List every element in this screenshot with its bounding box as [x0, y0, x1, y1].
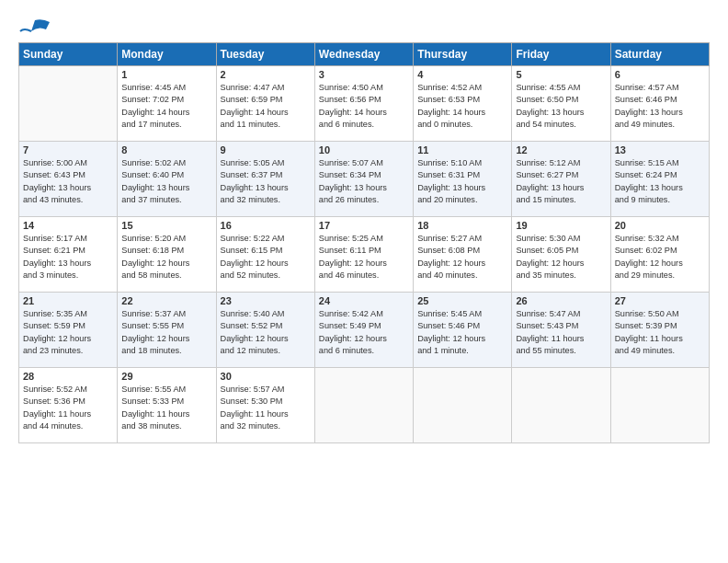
day-number: 15	[121, 220, 211, 231]
day-info: Sunrise: 5:57 AM Sunset: 5:30 PM Dayligh…	[221, 384, 311, 432]
day-info: Sunrise: 5:17 AM Sunset: 6:21 PM Dayligh…	[23, 233, 113, 282]
calendar-cell: 2Sunrise: 4:47 AM Sunset: 6:59 PM Daylig…	[216, 66, 314, 142]
day-info: Sunrise: 5:25 AM Sunset: 6:11 PM Dayligh…	[319, 233, 409, 282]
calendar-cell: 29Sunrise: 5:55 AM Sunset: 5:33 PM Dayli…	[118, 368, 216, 443]
day-info: Sunrise: 4:45 AM Sunset: 7:02 PM Dayligh…	[121, 82, 211, 131]
day-number: 26	[516, 295, 606, 306]
day-number: 2	[221, 69, 311, 80]
calendar-cell: 24Sunrise: 5:42 AM Sunset: 5:49 PM Dayli…	[314, 293, 413, 368]
day-number: 19	[516, 220, 606, 231]
day-info: Sunrise: 5:00 AM Sunset: 6:43 PM Dayligh…	[23, 157, 113, 206]
day-info: Sunrise: 5:10 AM Sunset: 6:31 PM Dayligh…	[417, 157, 507, 206]
logo	[18, 17, 51, 35]
day-info: Sunrise: 5:55 AM Sunset: 5:33 PM Dayligh…	[121, 384, 211, 432]
day-info: Sunrise: 5:27 AM Sunset: 6:08 PM Dayligh…	[417, 233, 507, 282]
day-number: 21	[23, 295, 113, 306]
day-info: Sunrise: 5:42 AM Sunset: 5:49 PM Dayligh…	[319, 308, 409, 357]
weekday-header: Wednesday	[314, 43, 413, 66]
day-number: 14	[23, 220, 113, 231]
calendar-cell: 8Sunrise: 5:02 AM Sunset: 6:40 PM Daylig…	[118, 142, 216, 217]
calendar-cell: 14Sunrise: 5:17 AM Sunset: 6:21 PM Dayli…	[19, 217, 118, 293]
weekday-header: Saturday	[610, 43, 709, 66]
calendar-cell: 10Sunrise: 5:07 AM Sunset: 6:34 PM Dayli…	[314, 142, 413, 217]
calendar-week-row: 14Sunrise: 5:17 AM Sunset: 6:21 PM Dayli…	[19, 217, 710, 293]
day-info: Sunrise: 5:05 AM Sunset: 6:37 PM Dayligh…	[221, 157, 311, 206]
calendar-cell: 12Sunrise: 5:12 AM Sunset: 6:27 PM Dayli…	[512, 142, 610, 217]
calendar-cell	[512, 368, 610, 443]
calendar-cell: 4Sunrise: 4:52 AM Sunset: 6:53 PM Daylig…	[414, 66, 512, 142]
calendar-cell: 22Sunrise: 5:37 AM Sunset: 5:55 PM Dayli…	[118, 293, 216, 368]
calendar-week-row: 21Sunrise: 5:35 AM Sunset: 5:59 PM Dayli…	[19, 293, 710, 368]
day-number: 18	[417, 220, 507, 231]
calendar-week-row: 7Sunrise: 5:00 AM Sunset: 6:43 PM Daylig…	[19, 142, 710, 217]
calendar-cell: 16Sunrise: 5:22 AM Sunset: 6:15 PM Dayli…	[216, 217, 314, 293]
day-info: Sunrise: 5:12 AM Sunset: 6:27 PM Dayligh…	[516, 157, 606, 206]
calendar-cell: 5Sunrise: 4:55 AM Sunset: 6:50 PM Daylig…	[512, 66, 610, 142]
header	[18, 17, 710, 35]
day-number: 8	[121, 144, 211, 155]
day-info: Sunrise: 5:15 AM Sunset: 6:24 PM Dayligh…	[615, 157, 705, 206]
weekday-header: Monday	[118, 43, 216, 66]
calendar-table: SundayMondayTuesdayWednesdayThursdayFrid…	[18, 42, 710, 443]
calendar-cell: 17Sunrise: 5:25 AM Sunset: 6:11 PM Dayli…	[314, 217, 413, 293]
weekday-header: Friday	[512, 43, 610, 66]
calendar-cell: 15Sunrise: 5:20 AM Sunset: 6:18 PM Dayli…	[118, 217, 216, 293]
day-number: 10	[319, 144, 409, 155]
day-number: 23	[221, 295, 311, 306]
day-info: Sunrise: 4:55 AM Sunset: 6:50 PM Dayligh…	[516, 82, 606, 131]
day-number: 3	[319, 69, 409, 80]
day-number: 5	[516, 69, 606, 80]
weekday-header: Thursday	[414, 43, 512, 66]
calendar-cell: 19Sunrise: 5:30 AM Sunset: 6:05 PM Dayli…	[512, 217, 610, 293]
calendar-cell	[610, 368, 709, 443]
weekday-header: Sunday	[19, 43, 118, 66]
day-info: Sunrise: 4:47 AM Sunset: 6:59 PM Dayligh…	[221, 82, 311, 131]
logo-flag-icon	[18, 18, 51, 35]
day-number: 25	[417, 295, 507, 306]
day-number: 7	[23, 144, 113, 155]
day-info: Sunrise: 5:20 AM Sunset: 6:18 PM Dayligh…	[121, 233, 211, 282]
day-number: 20	[615, 220, 705, 231]
day-info: Sunrise: 5:40 AM Sunset: 5:52 PM Dayligh…	[221, 308, 311, 357]
day-number: 24	[319, 295, 409, 306]
calendar-cell: 6Sunrise: 4:57 AM Sunset: 6:46 PM Daylig…	[610, 66, 709, 142]
day-number: 1	[121, 69, 211, 80]
day-info: Sunrise: 4:52 AM Sunset: 6:53 PM Dayligh…	[417, 82, 507, 131]
day-number: 4	[417, 69, 507, 80]
day-info: Sunrise: 4:57 AM Sunset: 6:46 PM Dayligh…	[615, 82, 705, 131]
day-info: Sunrise: 5:35 AM Sunset: 5:59 PM Dayligh…	[23, 308, 113, 357]
day-number: 27	[615, 295, 705, 306]
day-number: 12	[516, 144, 606, 155]
calendar-header-row: SundayMondayTuesdayWednesdayThursdayFrid…	[19, 43, 710, 66]
calendar-cell: 3Sunrise: 4:50 AM Sunset: 6:56 PM Daylig…	[314, 66, 413, 142]
calendar-cell: 13Sunrise: 5:15 AM Sunset: 6:24 PM Dayli…	[610, 142, 709, 217]
calendar-cell: 28Sunrise: 5:52 AM Sunset: 5:36 PM Dayli…	[19, 368, 118, 443]
calendar-cell: 23Sunrise: 5:40 AM Sunset: 5:52 PM Dayli…	[216, 293, 314, 368]
day-info: Sunrise: 5:07 AM Sunset: 6:34 PM Dayligh…	[319, 157, 409, 206]
day-number: 16	[221, 220, 311, 231]
calendar-cell: 21Sunrise: 5:35 AM Sunset: 5:59 PM Dayli…	[19, 293, 118, 368]
calendar-cell	[19, 66, 118, 142]
day-number: 28	[23, 371, 113, 382]
day-number: 11	[417, 144, 507, 155]
day-info: Sunrise: 5:52 AM Sunset: 5:36 PM Dayligh…	[23, 384, 113, 432]
calendar-cell: 25Sunrise: 5:45 AM Sunset: 5:46 PM Dayli…	[414, 293, 512, 368]
day-number: 17	[319, 220, 409, 231]
day-number: 22	[121, 295, 211, 306]
calendar-cell	[314, 368, 413, 443]
page: SundayMondayTuesdayWednesdayThursdayFrid…	[0, 0, 728, 563]
weekday-header: Tuesday	[216, 43, 314, 66]
calendar-cell	[414, 368, 512, 443]
calendar-week-row: 1Sunrise: 4:45 AM Sunset: 7:02 PM Daylig…	[19, 66, 710, 142]
calendar-cell: 11Sunrise: 5:10 AM Sunset: 6:31 PM Dayli…	[414, 142, 512, 217]
calendar-week-row: 28Sunrise: 5:52 AM Sunset: 5:36 PM Dayli…	[19, 368, 710, 443]
day-info: Sunrise: 5:37 AM Sunset: 5:55 PM Dayligh…	[121, 308, 211, 357]
day-number: 13	[615, 144, 705, 155]
day-info: Sunrise: 5:47 AM Sunset: 5:43 PM Dayligh…	[516, 308, 606, 357]
calendar-cell: 26Sunrise: 5:47 AM Sunset: 5:43 PM Dayli…	[512, 293, 610, 368]
calendar-cell: 27Sunrise: 5:50 AM Sunset: 5:39 PM Dayli…	[610, 293, 709, 368]
day-info: Sunrise: 5:02 AM Sunset: 6:40 PM Dayligh…	[121, 157, 211, 206]
day-number: 29	[121, 371, 211, 382]
calendar-cell: 7Sunrise: 5:00 AM Sunset: 6:43 PM Daylig…	[19, 142, 118, 217]
calendar-cell: 1Sunrise: 4:45 AM Sunset: 7:02 PM Daylig…	[118, 66, 216, 142]
